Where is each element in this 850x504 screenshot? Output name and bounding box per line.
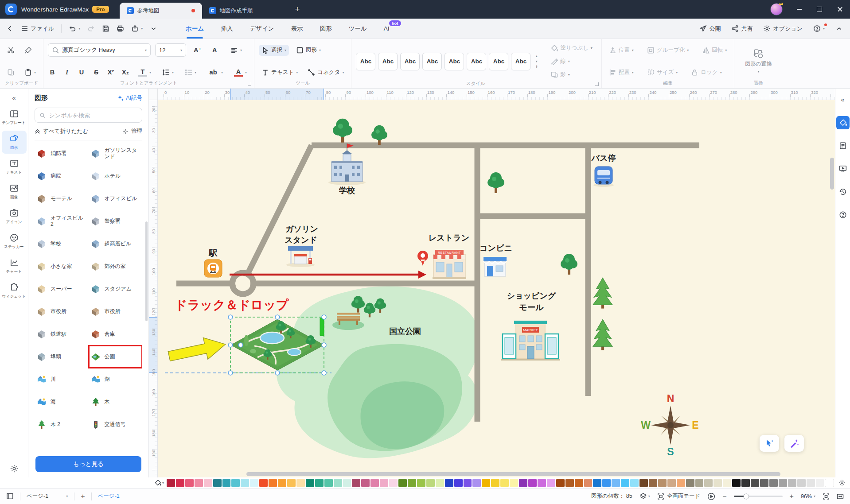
symbol-item[interactable]: 市役所 — [35, 300, 89, 323]
share-button[interactable]: 共有 — [731, 25, 753, 33]
route-arrow[interactable] — [230, 271, 426, 279]
color-swatch[interactable] — [213, 479, 222, 487]
drawing-canvas[interactable]: 学校 バス停 駅 — [158, 100, 835, 477]
color-swatch[interactable] — [556, 479, 565, 487]
symbol-item[interactable]: オフィスビル — [89, 187, 143, 210]
color-swatch[interactable] — [482, 479, 490, 487]
play-button[interactable] — [707, 492, 715, 500]
sidebar-item-shapes[interactable]: 図形 — [2, 131, 27, 154]
symbol-item[interactable]: スーパー — [35, 278, 89, 300]
color-swatch[interactable] — [741, 479, 750, 487]
color-swatch[interactable] — [723, 479, 731, 487]
color-swatch[interactable] — [677, 479, 685, 487]
panel-collapse-icon[interactable]: « — [12, 91, 16, 106]
tree[interactable] — [333, 119, 352, 143]
color-swatch[interactable] — [825, 479, 834, 487]
color-swatch[interactable] — [231, 479, 240, 487]
options-button[interactable]: オプション — [763, 25, 803, 33]
color-swatch[interactable] — [519, 479, 527, 487]
national-park-label[interactable]: 国立公園 — [389, 327, 421, 336]
symbol-item[interactable]: 埠頭 — [35, 345, 89, 368]
color-swatch[interactable] — [788, 479, 796, 487]
color-swatch[interactable] — [612, 479, 620, 487]
symbol-item[interactable]: モーテル — [35, 187, 89, 210]
copy-button[interactable] — [4, 67, 17, 78]
color-swatch[interactable] — [370, 479, 379, 487]
palette-settings-icon[interactable] — [838, 479, 846, 486]
sidebar-item-icons[interactable]: アイコン — [2, 205, 27, 228]
superscript-button[interactable]: X² — [106, 69, 115, 76]
menu-tab[interactable]: ツール — [349, 19, 367, 39]
restaurant-label[interactable]: レストラン — [429, 233, 469, 242]
symbol-search-input[interactable] — [49, 112, 137, 119]
color-swatch[interactable] — [454, 479, 463, 487]
pine-tree[interactable] — [593, 278, 612, 308]
format-painter-button[interactable] — [22, 45, 35, 56]
color-swatch[interactable] — [732, 479, 741, 487]
lock-button[interactable]: ロック▾ — [688, 67, 724, 78]
color-swatch[interactable] — [259, 479, 268, 487]
menu-tab[interactable]: デザイン — [250, 19, 274, 39]
bus-stop-label[interactable]: バス停 — [591, 154, 616, 163]
color-swatch[interactable] — [714, 479, 722, 487]
gas-station-icon[interactable] — [286, 246, 315, 267]
compass-rose[interactable]: N E S W — [641, 393, 699, 457]
page-settings-panel-button[interactable] — [836, 139, 850, 152]
sidebar-item-stickers[interactable]: ステッカー — [2, 230, 27, 253]
color-swatch[interactable] — [584, 479, 593, 487]
zoom-in-button[interactable]: + — [790, 492, 794, 500]
symbol-item[interactable]: スタジアム — [89, 278, 143, 300]
menu-tab[interactable]: AIhot — [384, 19, 390, 39]
color-swatch[interactable] — [658, 479, 667, 487]
color-swatch[interactable] — [241, 479, 249, 487]
save-button[interactable] — [102, 25, 109, 32]
rotate-button[interactable]: 回転▾ — [699, 45, 729, 56]
color-swatch[interactable] — [464, 479, 472, 487]
gas-station-label-1[interactable]: ガソリン — [285, 225, 318, 233]
tree[interactable] — [371, 125, 387, 145]
style-preset[interactable]: Abc — [378, 53, 398, 70]
color-swatch[interactable] — [686, 479, 694, 487]
mall-label-1[interactable]: ショッピング — [507, 291, 556, 300]
document-tab[interactable]: 地図作成手順 — [202, 3, 285, 19]
shopping-mall-icon[interactable]: MARKET — [501, 321, 560, 361]
style-preset[interactable]: Abc — [511, 53, 530, 70]
color-swatch[interactable] — [324, 479, 333, 487]
fill-button[interactable]: 塗りつぶし▾ — [548, 43, 595, 54]
color-swatch[interactable] — [769, 479, 778, 487]
size-button[interactable]: サイズ▾ — [644, 67, 680, 78]
style-group-expander[interactable] — [595, 82, 599, 86]
school-label[interactable]: 学校 — [339, 186, 355, 195]
symbol-item[interactable]: 警察署 — [89, 210, 143, 233]
color-swatch[interactable] — [398, 479, 407, 487]
ai-magic-button[interactable] — [784, 435, 804, 452]
color-swatch[interactable] — [296, 479, 305, 487]
group-button[interactable]: グループ化▾ — [644, 45, 691, 56]
collapse-all-button[interactable]: すべて折りたたむ — [35, 128, 88, 135]
text-color-button[interactable]: T▾ — [136, 66, 154, 78]
color-swatch[interactable] — [306, 479, 314, 487]
symbol-item[interactable]: 湖 — [89, 368, 143, 391]
symbol-item[interactable]: 鉄道駅 — [35, 323, 89, 345]
symbol-item[interactable]: 病院 — [35, 165, 89, 187]
color-swatch[interactable] — [426, 479, 435, 487]
font-family-select[interactable]: 源真ゴシック Heavy ▾ — [48, 43, 151, 57]
menu-tab[interactable]: ホーム — [186, 19, 204, 39]
zoom-level-select[interactable]: 96% ▾ — [801, 493, 815, 500]
color-swatch[interactable] — [445, 479, 453, 487]
settings-gear-icon[interactable] — [10, 464, 19, 473]
color-swatch[interactable] — [602, 479, 611, 487]
redo-button[interactable] — [87, 25, 95, 32]
fill-style-panel-button[interactable] — [836, 116, 850, 129]
color-swatch[interactable] — [185, 479, 194, 487]
station-icon[interactable] — [204, 260, 222, 277]
color-swatch[interactable] — [704, 479, 713, 487]
style-preset[interactable]: Abc — [444, 53, 464, 70]
fullscreen-button[interactable]: 全画面モード — [657, 492, 701, 500]
zoom-out-button[interactable]: − — [722, 492, 726, 500]
color-swatch[interactable] — [500, 479, 509, 487]
symbol-item[interactable]: 木 — [89, 391, 143, 413]
symbol-item[interactable]: 消防署 — [35, 142, 89, 165]
user-avatar[interactable] — [770, 3, 783, 16]
window-maximize-button[interactable] — [809, 0, 830, 19]
